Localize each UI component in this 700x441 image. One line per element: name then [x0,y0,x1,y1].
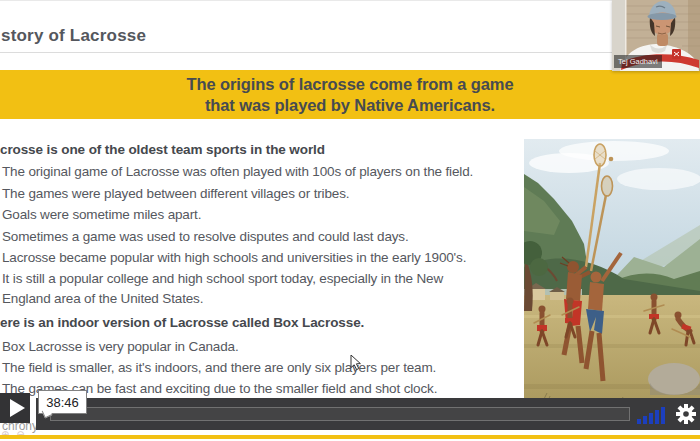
bullet-line: The games were played between different … [2,185,349,202]
title-divider [0,52,700,53]
bullet-line: The original game of Lacrosse was often … [2,163,473,180]
seek-bar[interactable] [50,407,630,421]
bullet-line: It is still a popular college and high s… [2,270,443,287]
section2-heading: ere is an indoor version of Lacrosse cal… [0,314,364,331]
slide-title-partial: story of Lacrosse [1,26,146,46]
video-lesson-frame: story of Lacrosse The origins of lacross… [0,0,700,441]
bullet-line: Goals were sometime miles apart. [2,206,201,223]
lacrosse-painting-image [524,139,700,423]
settings-gear-icon[interactable] [675,403,697,425]
bullet-line: The field is smaller, as it's indoors, a… [2,359,436,376]
tooltip-time: 38:46 [46,395,79,410]
signal-bars-icon[interactable] [637,407,665,424]
section1-heading: crosse is one of the oldest team sports … [0,141,325,158]
seek-time-tooltip: 38:46 [38,390,87,414]
bottom-accent-line [0,435,700,439]
play-icon [10,399,25,417]
ball [609,157,614,162]
bullet-line: Box Lacrosse is very popular in Canada. [2,338,239,355]
bullet-line: England area of the United States. [2,290,203,307]
headline-banner: The origins of lacrosse come from a game… [0,70,700,119]
play-button[interactable] [0,393,30,423]
banner-line-2: that was played by Native Americans. [205,95,495,116]
top-border [0,0,700,1]
mouse-cursor-icon [350,355,362,371]
bullet-line: Sometimes a game was used to resolve dis… [2,228,409,245]
player-control-bar [36,398,700,430]
bullet-line: Lacrosse became popular with high school… [2,249,466,266]
banner-line-1: The origins of lacrosse come from a game [186,74,513,95]
presenter-webcam-video: Tej Gadhavi [612,0,700,71]
webcam-name-label: Tej Gadhavi [614,55,662,68]
